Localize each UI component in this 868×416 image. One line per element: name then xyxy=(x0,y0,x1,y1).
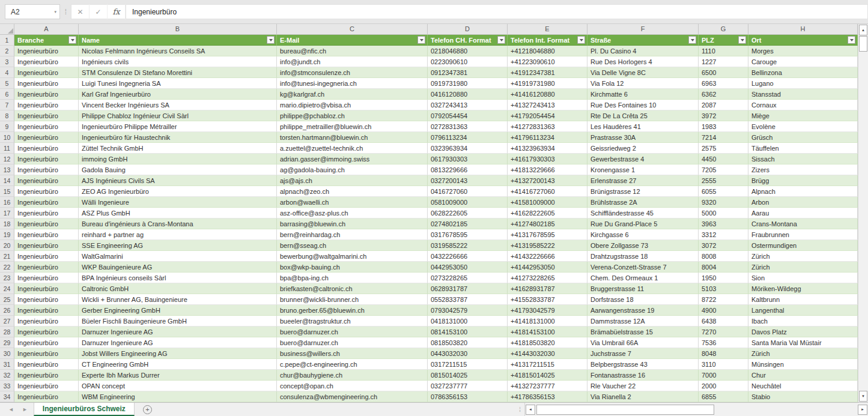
cell-name[interactable]: AJS Ingénieurs Civils SA xyxy=(79,175,277,186)
cell-name[interactable]: Büeler Fischli Bauingenieure GmbH xyxy=(79,316,277,327)
cell-email[interactable]: briefkasten@caltronic.ch xyxy=(277,283,428,294)
row-header-17[interactable]: 17 xyxy=(0,208,14,219)
row-header-6[interactable]: 6 xyxy=(0,89,14,100)
cell-email[interactable]: business@willers.ch xyxy=(277,348,428,359)
cell-strasse[interactable]: Brühlstrasse 2A xyxy=(587,197,699,208)
cell-tel-ch[interactable]: 0442953050 xyxy=(428,262,508,273)
cell-strasse[interactable]: Pl. Du Casino 4 xyxy=(587,46,699,56)
cell-strasse[interactable]: Dorfstrasse 18 xyxy=(587,294,699,305)
header-cell-branche[interactable]: Branche xyxy=(14,35,79,46)
cell-tel-ch[interactable]: 0628931787 xyxy=(428,283,508,294)
row-header-26[interactable]: 26 xyxy=(0,305,14,316)
cell-ort[interactable]: Möriken-Wildegg xyxy=(748,283,858,294)
cell-tel-ch[interactable]: 0317678595 xyxy=(428,229,508,240)
cell-email[interactable]: torsten.hartmann@bluewin.ch xyxy=(277,132,428,143)
header-cell-name[interactable]: Name xyxy=(79,35,277,46)
cell-tel-ch[interactable]: 0273228265 xyxy=(428,273,508,283)
row-header-5[interactable]: 5 xyxy=(0,78,14,89)
cell-email[interactable]: info@tunesi-ingegneria.ch xyxy=(277,78,428,89)
column-header-c[interactable]: C xyxy=(277,24,428,35)
row-header-7[interactable]: 7 xyxy=(0,100,14,110)
cell-tel-ch[interactable]: 0814153100 xyxy=(428,327,508,337)
cell-plz[interactable]: 6963 xyxy=(699,78,748,89)
cell-ort[interactable]: Stansstad xyxy=(748,89,858,100)
cell-ort[interactable]: Arbon xyxy=(748,197,858,208)
cell-name[interactable]: WBM Engineering xyxy=(79,391,277,402)
cell-name[interactable]: Experte Ibh Markus Durrer xyxy=(79,370,277,381)
cell-strasse[interactable]: Via Delle Vigne 8C xyxy=(587,67,699,78)
cell-branche[interactable]: Ingenieurbüro xyxy=(14,164,79,175)
row-header-23[interactable]: 23 xyxy=(0,273,14,283)
cell-tel-int[interactable]: +41792054454 xyxy=(508,110,587,121)
cell-strasse[interactable]: Juchstrasse 7 xyxy=(587,348,699,359)
row-header-11[interactable]: 11 xyxy=(0,143,14,154)
cell-strasse[interactable]: Kronengasse 1 xyxy=(587,164,699,175)
cell-email[interactable]: info@stmconsulenze.ch xyxy=(277,67,428,78)
cell-tel-ch[interactable]: 0796113234 xyxy=(428,132,508,143)
cell-tel-int[interactable]: +41796113234 xyxy=(508,132,587,143)
cell-tel-int[interactable]: +41272831363 xyxy=(508,121,587,132)
cell-branche[interactable]: Ingenieurbüro xyxy=(14,294,79,305)
sheet-nav-left-icon[interactable]: ◄ xyxy=(8,406,14,412)
cell-tel-ch[interactable]: 0581009000 xyxy=(428,197,508,208)
row-header-20[interactable]: 20 xyxy=(0,240,14,251)
cell-plz[interactable]: 2000 xyxy=(699,381,748,391)
cell-tel-int[interactable]: +41617930303 xyxy=(508,154,587,164)
cell-ort[interactable]: Cornaux xyxy=(748,100,858,110)
cell-branche[interactable]: Ingenieurbüro xyxy=(14,240,79,251)
cell-ort[interactable]: Morges xyxy=(748,46,858,56)
cell-tel-int[interactable]: +41317678595 xyxy=(508,229,587,240)
cell-email[interactable]: mario.dipietro@vbisa.ch xyxy=(277,100,428,110)
scroll-right-icon[interactable]: ► xyxy=(858,405,867,415)
column-header-d[interactable]: D xyxy=(428,24,508,35)
cell-branche[interactable]: Ingenieurbüro xyxy=(14,121,79,132)
name-box[interactable]: A2 ▾ xyxy=(5,4,60,19)
cell-tel-int[interactable]: +41432226666 xyxy=(508,251,587,262)
cell-tel-int[interactable]: +41327237777 xyxy=(508,381,587,391)
cell-tel-ch[interactable]: 0418131000 xyxy=(428,316,508,327)
row-header-29[interactable]: 29 xyxy=(0,337,14,348)
cell-tel-int[interactable]: +41273228265 xyxy=(508,273,587,283)
cell-name[interactable]: Wickli + Brunner AG, Bauingenieure xyxy=(79,294,277,305)
cell-name[interactable]: WKP Bauingenieure AG xyxy=(79,262,277,273)
row-header-24[interactable]: 24 xyxy=(0,283,14,294)
cell-plz[interactable]: 1950 xyxy=(699,273,748,283)
row-header-34[interactable]: 34 xyxy=(0,391,14,402)
cell-plz[interactable]: 3972 xyxy=(699,110,748,121)
cell-email[interactable]: adrian.gasser@immoing.swiss xyxy=(277,154,428,164)
cell-branche[interactable]: Ingenieurbüro xyxy=(14,154,79,164)
cell-ort[interactable]: Ibach xyxy=(748,316,858,327)
cell-plz[interactable]: 9320 xyxy=(699,197,748,208)
cell-name[interactable]: Darnuzer Ingenieure AG xyxy=(79,337,277,348)
cell-strasse[interactable]: Via Fola 12 xyxy=(587,78,699,89)
cell-plz[interactable]: 8008 xyxy=(699,251,748,262)
cell-branche[interactable]: Ingenieurbüro xyxy=(14,100,79,110)
cell-tel-int[interactable]: +41418131000 xyxy=(508,316,587,327)
cell-email[interactable]: c.pepe@ct-engineering.ch xyxy=(277,359,428,370)
cell-strasse[interactable]: Obere Zollgasse 73 xyxy=(587,240,699,251)
cell-tel-ch[interactable]: 0552833787 xyxy=(428,294,508,305)
cell-email[interactable]: ag@gadola-bauing.ch xyxy=(277,164,428,175)
cell-tel-ch[interactable]: 0274802185 xyxy=(428,219,508,229)
cell-ort[interactable]: Chur xyxy=(748,370,858,381)
cell-branche[interactable]: Ingenieurbüro xyxy=(14,348,79,359)
cell-email[interactable]: bern@reinhardag.ch xyxy=(277,229,428,240)
cell-strasse[interactable]: Prastrasse 30A xyxy=(587,132,699,143)
cell-ort[interactable]: Neuchâtel xyxy=(748,381,858,391)
cell-name[interactable]: Züttel Technik GmbH xyxy=(79,143,277,154)
cell-name[interactable]: Wälli Ingenieure xyxy=(79,197,277,208)
cell-ort[interactable]: Lugano xyxy=(748,78,858,89)
cell-tel-ch[interactable]: 0327243413 xyxy=(428,100,508,110)
cell-name[interactable]: reinhard + partner ag xyxy=(79,229,277,240)
cell-plz[interactable]: 3110 xyxy=(699,359,748,370)
filter-dropdown-button[interactable] xyxy=(848,36,855,44)
cell-branche[interactable]: Ingenieurbüro xyxy=(14,208,79,219)
row-header-30[interactable]: 30 xyxy=(0,348,14,359)
cell-tel-int[interactable]: +41814153100 xyxy=(508,327,587,337)
cell-branche[interactable]: Ingenieurbüro xyxy=(14,370,79,381)
cell-tel-ch[interactable]: 0628222605 xyxy=(428,208,508,219)
cell-tel-ch[interactable]: 0317211515 xyxy=(428,359,508,370)
cell-plz[interactable]: 7270 xyxy=(699,327,748,337)
filter-dropdown-button[interactable] xyxy=(738,36,746,44)
cell-tel-ch[interactable]: 0432226666 xyxy=(428,251,508,262)
